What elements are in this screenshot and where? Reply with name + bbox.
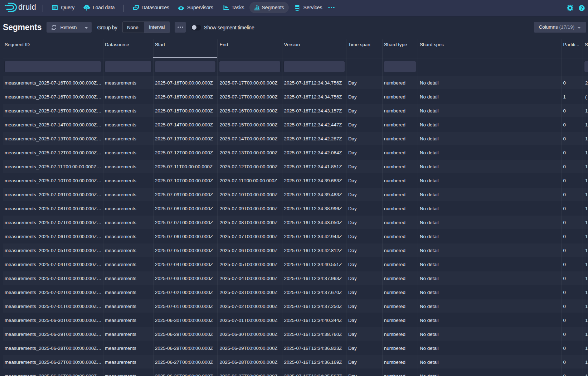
svg-text:?: ? — [580, 5, 583, 10]
